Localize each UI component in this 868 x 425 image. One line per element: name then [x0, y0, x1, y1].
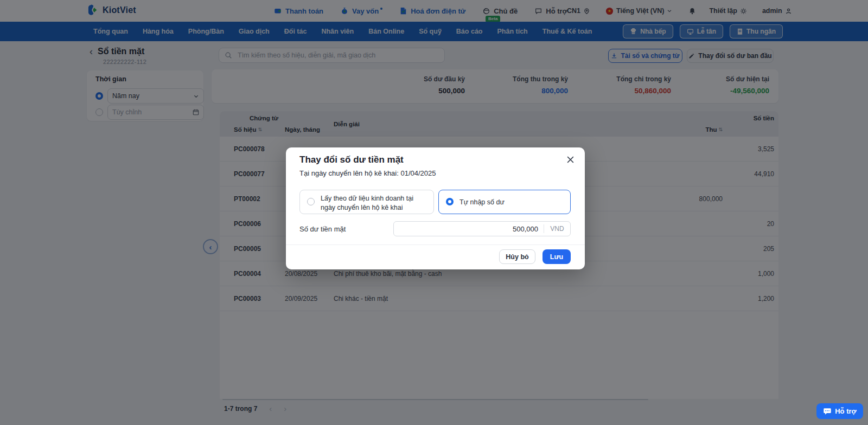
app-root: KiotViet Thanh toán Vay vốn Hoá đơ [0, 0, 868, 425]
cash-balance-field: VND [393, 221, 571, 236]
change-balance-modal: Thay đổi số dư tiền mặt Tại ngày chuyển … [286, 147, 585, 269]
option-manual-radio[interactable] [446, 198, 454, 205]
modal-title: Thay đổi số dư tiền mặt [299, 154, 404, 165]
chat-bubble-icon [823, 407, 832, 416]
modal-footer-divider [286, 244, 585, 245]
option-business-data[interactable]: Lấy theo dữ liệu kinh doanh tại ngày chu… [299, 190, 434, 214]
cancel-button[interactable]: Hủy bỏ [499, 249, 535, 264]
cash-balance-input[interactable] [394, 224, 544, 234]
option-business-radio[interactable] [307, 198, 315, 205]
close-icon[interactable] [566, 156, 575, 164]
option-manual-entry[interactable]: Tự nhập số dư [438, 190, 571, 214]
cash-balance-label: Số dư tiền mặt [299, 225, 346, 233]
save-button[interactable]: Lưu [542, 249, 571, 264]
modal-subtitle: Tại ngày chuyển lên hộ kê khai: 01/04/20… [299, 169, 436, 177]
currency-unit: VND [544, 225, 570, 233]
support-button[interactable]: Hỗ trợ [816, 403, 863, 419]
